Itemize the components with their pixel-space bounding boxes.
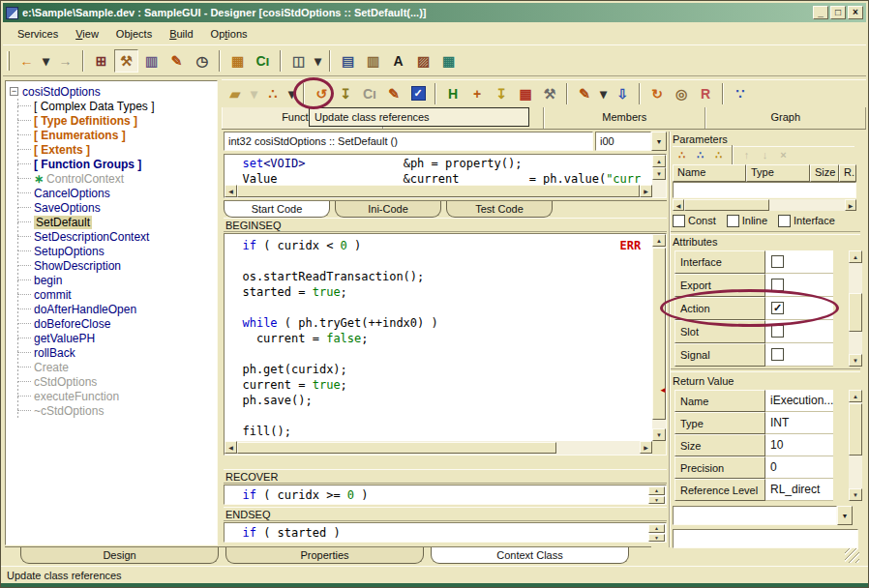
declarations-hscrollbar[interactable]: ◀ ▶ (225, 185, 652, 197)
tree-item-cstdoptions[interactable]: ~cStdOptions (6, 403, 217, 418)
rename-references-button[interactable]: R (694, 83, 717, 104)
return-field-value[interactable]: INT (765, 412, 833, 434)
archive-button[interactable]: ▥ (361, 49, 385, 73)
scroll-down-icon[interactable]: ▼ (849, 354, 862, 367)
clock-button[interactable]: ◷ (190, 49, 214, 73)
class-interface-button[interactable]: Cı (251, 49, 275, 73)
tree-item-rollback[interactable]: rollBack (6, 345, 217, 360)
edit-class-source-button[interactable]: ✎ (382, 83, 405, 104)
scroll-thumb[interactable] (237, 442, 556, 454)
tree-item-setupoptions[interactable]: SetupOptions (6, 244, 217, 258)
code-hscrollbar[interactable]: ◀ ▶ (225, 441, 652, 455)
spin-down-icon[interactable]: ▼ (648, 496, 665, 505)
extra-combo[interactable]: ▼ (673, 506, 853, 525)
code-vscrollbar[interactable]: ▲ ▼ (652, 234, 666, 441)
form-view-button[interactable]: ◫ (286, 49, 311, 73)
recover-editor[interactable]: if ( curidx >= 0 ) ▲ ▼ (224, 485, 667, 505)
import-grid-button[interactable]: ▦ (514, 83, 537, 104)
menu-view[interactable]: View (67, 26, 107, 42)
tab-graph[interactable]: Graph (705, 107, 867, 129)
tree-item-complex-data-types[interactable]: [ Complex Data Types ] (6, 99, 217, 113)
calendar-grid-button[interactable]: ▦ (225, 49, 250, 73)
scroll-up-icon[interactable]: ▲ (849, 250, 862, 263)
instance-combo[interactable]: i00 ▼ (595, 132, 667, 151)
declarations-code[interactable]: set<VOID> &ph = property(); Value &curre… (225, 156, 652, 185)
bottom-tab-context-class[interactable]: Context Class (431, 547, 629, 564)
scroll-thumb[interactable] (684, 199, 769, 211)
tree-item-canceloptions[interactable]: CancelOptions (6, 186, 217, 200)
tree-item-enumerations[interactable]: [ Enumerations ] (6, 128, 217, 142)
column-header-r[interactable]: R. (839, 164, 856, 182)
checkbox-interface[interactable] (771, 255, 784, 268)
column-header-name[interactable]: Name (673, 164, 746, 182)
tree-item-setdescriptioncontext[interactable]: SetDescriptionContext (6, 229, 217, 244)
tree-item-saveoptions[interactable]: SaveOptions (6, 200, 217, 215)
checkbox-interface[interactable] (778, 215, 791, 227)
code-editor[interactable]: if ( curidx < 0 ) ERR os.startReadTransa… (224, 233, 667, 456)
tree-item-executefunction[interactable]: executeFunction (6, 389, 217, 403)
scroll-down-icon[interactable]: ▼ (652, 428, 666, 441)
scroll-down-icon[interactable]: ▼ (652, 167, 666, 180)
column-header-size[interactable]: Size (810, 164, 839, 182)
class-graph-button[interactable]: ∵ (729, 83, 752, 104)
move-down-button[interactable]: ↓ (756, 147, 774, 163)
build-add-button[interactable]: + (465, 83, 489, 104)
tab-members[interactable]: Members (544, 107, 705, 129)
scroll-thumb[interactable] (849, 293, 862, 332)
attributes-vscrollbar[interactable]: ▲ ▼ (849, 250, 862, 367)
return-value-vscrollbar[interactable]: ▲ ▼ (849, 390, 862, 501)
tree-item-commit[interactable]: commit (6, 287, 217, 302)
tree-item-function-groups[interactable]: [ Function Groups ] (6, 157, 217, 171)
tree-item-type-definitions[interactable]: [ Type Definitions ] (6, 113, 217, 128)
class-interface-gray-button[interactable]: Cı (358, 83, 381, 104)
return-field-value[interactable]: 0 (765, 456, 833, 479)
checkbox-export[interactable] (771, 279, 784, 291)
export-source-button[interactable]: ⇩ (611, 83, 634, 104)
open-folder-button[interactable]: ▰ (224, 83, 247, 104)
tree-item-setdefault[interactable]: SetDefault (6, 215, 217, 229)
scroll-up-icon[interactable]: ▲ (652, 155, 666, 167)
menu-options[interactable]: Options (202, 26, 256, 42)
spin-up-icon[interactable]: ▲ (648, 524, 665, 533)
scroll-up-icon[interactable]: ▲ (652, 234, 666, 247)
scroll-thumb[interactable] (849, 403, 862, 456)
return-field-value[interactable]: iExecution... (765, 390, 833, 412)
chevron-down-icon[interactable]: ▼ (837, 506, 853, 525)
edit-function-button[interactable]: ✎ (573, 83, 596, 104)
forward-button[interactable]: → (53, 49, 77, 73)
move-up-button[interactable]: ↑ (737, 147, 756, 163)
parameters-hscrollbar[interactable]: ◀ ▶ (673, 199, 856, 211)
save-class-button[interactable]: ✓ (406, 83, 430, 104)
printer-button[interactable]: ▤ (336, 49, 360, 73)
socket-hammer-button[interactable]: ⚒ (538, 83, 561, 104)
code-content[interactable]: if ( curidx < 0 ) ERR os.startReadTransa… (225, 238, 652, 441)
spin-down-icon[interactable]: ▼ (648, 534, 665, 543)
update-class-references-button[interactable]: ↺ (310, 83, 333, 104)
stamp-button[interactable]: ↧ (490, 83, 513, 104)
tree-item-getvalueph[interactable]: getValuePH (6, 331, 217, 345)
tree-item-begin[interactable]: begin (6, 273, 217, 287)
delete-parameter-button[interactable]: × (774, 147, 793, 163)
checkbox-signal[interactable] (771, 348, 784, 361)
declarations-vscrollbar[interactable]: ▲ ▼ (652, 155, 666, 197)
font-button[interactable]: A (386, 49, 410, 73)
maximize-button[interactable]: □ (830, 6, 846, 19)
build-handle-button[interactable]: H (441, 83, 464, 104)
insert-parameter-button[interactable]: ∴ (691, 147, 709, 163)
scroll-right-icon[interactable]: ▶ (640, 441, 652, 454)
function-signature-field[interactable]: int32 cosiStdOptions :: SetDefault () (224, 132, 593, 151)
edit-page-button[interactable]: ✎ (165, 49, 189, 73)
return-field-value[interactable]: RL_direct (765, 479, 833, 501)
close-button[interactable]: × (848, 6, 863, 19)
back-button[interactable]: ← (15, 49, 39, 73)
new-object-dropdown-button[interactable]: ▾ (285, 83, 298, 104)
checkbox-const[interactable] (673, 215, 685, 227)
tree-item-dobeforeclose[interactable]: doBeforeClose (6, 316, 217, 331)
panel-splitter[interactable] (669, 132, 671, 547)
add-parameter-button[interactable]: ∴ (673, 147, 691, 163)
scroll-right-icon[interactable]: ▶ (845, 199, 856, 211)
menu-objects[interactable]: Objects (107, 26, 161, 42)
scroll-up-icon[interactable]: ▲ (849, 390, 862, 402)
tree-item-doafterhandleopen[interactable]: doAfterHandleOpen (6, 302, 217, 316)
preview-source-button[interactable]: ◎ (670, 83, 693, 104)
